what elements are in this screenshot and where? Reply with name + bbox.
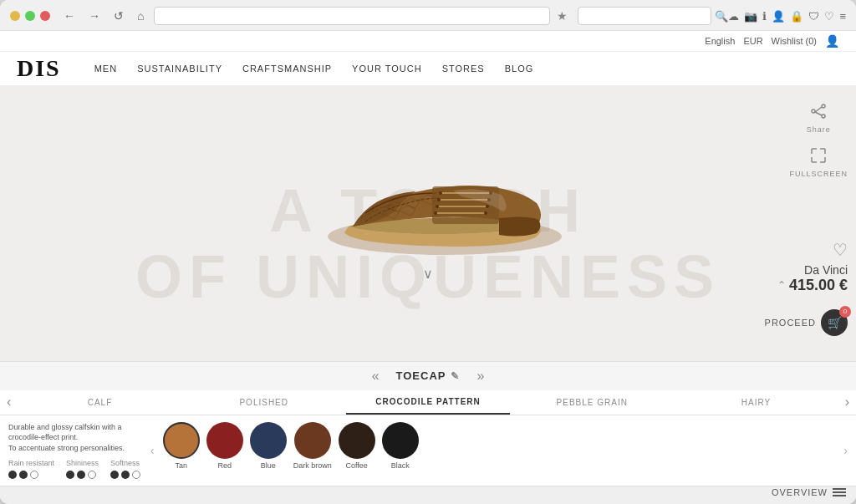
nav-blog[interactable]: BLOG bbox=[505, 52, 534, 85]
attribute-rain: Rain resistant bbox=[8, 458, 54, 479]
color-name-dark brown: Dark brown bbox=[293, 461, 332, 470]
svg-point-6 bbox=[439, 191, 442, 195]
material-tab-prev[interactable]: ‹ bbox=[0, 395, 18, 410]
attribute-shininess-dots bbox=[66, 471, 99, 479]
hero-section: A TOUCH OF UNIQUENESS bbox=[0, 86, 856, 361]
attributes-row: Rain resistant Shininess bbox=[8, 458, 142, 479]
proceed-label[interactable]: PROCEED bbox=[765, 318, 816, 328]
bookmark-icon[interactable]: ★ bbox=[557, 9, 568, 23]
minimize-button[interactable] bbox=[10, 11, 20, 21]
back-button[interactable]: ← bbox=[60, 8, 79, 24]
close-button[interactable] bbox=[40, 11, 50, 21]
shoe-container bbox=[286, 103, 570, 273]
info-icon[interactable]: ℹ bbox=[762, 10, 767, 23]
nav-craftsmanship[interactable]: CRAFTSMANSHIP bbox=[242, 52, 332, 85]
wishlist-button[interactable]: ♡ bbox=[777, 240, 848, 260]
selector-label: TOECAP ✎ bbox=[396, 369, 461, 382]
color-swatch-blue bbox=[250, 422, 287, 459]
browser-icon-row: ☁ 📷 ℹ 👤 🔒 🛡 ♡ ≡ bbox=[728, 10, 846, 23]
color-item-coffee[interactable]: Coffee bbox=[339, 422, 375, 470]
svg-point-16 bbox=[822, 115, 825, 118]
color-next-button[interactable]: › bbox=[843, 444, 848, 457]
search-input[interactable] bbox=[578, 7, 711, 25]
color-swatch-coffee bbox=[339, 422, 375, 459]
material-description: Durable and glossy calfskin with a croco… bbox=[8, 422, 142, 479]
color-item-dark-brown[interactable]: Dark brown bbox=[293, 422, 332, 470]
dot-7 bbox=[110, 471, 119, 479]
product-price: 415.00 € bbox=[789, 277, 848, 294]
search-area: 🔍 bbox=[578, 7, 728, 25]
material-tab-next[interactable]: › bbox=[838, 395, 856, 410]
color-item-blue[interactable]: Blue bbox=[250, 422, 287, 470]
fullscreen-icon bbox=[810, 147, 827, 168]
attribute-softness: Softness bbox=[110, 458, 140, 479]
heart-icon[interactable]: ♡ bbox=[824, 10, 834, 23]
product-name: Da Vinci bbox=[777, 263, 848, 277]
scroll-indicator[interactable]: ∨ bbox=[423, 266, 433, 282]
proceed-area: PROCEED 🛒 0 bbox=[765, 309, 848, 336]
maximize-button[interactable] bbox=[25, 11, 35, 21]
dot-9 bbox=[132, 471, 140, 479]
home-button[interactable]: ⌂ bbox=[134, 8, 147, 24]
nav-men[interactable]: MEN bbox=[94, 52, 117, 85]
color-swatch-red bbox=[206, 422, 243, 459]
fullscreen-label: FULLSCREEN bbox=[789, 170, 848, 178]
fullscreen-action[interactable]: FULLSCREEN bbox=[789, 147, 848, 178]
selector-next-button[interactable]: » bbox=[470, 367, 491, 385]
cloud-icon[interactable]: ☁ bbox=[728, 10, 739, 23]
cart-badge: 0 bbox=[839, 306, 851, 318]
share-action[interactable]: Share bbox=[807, 103, 831, 134]
dot-8 bbox=[121, 471, 130, 479]
attribute-rain-dots bbox=[8, 471, 54, 479]
cart-button[interactable]: 🛒 0 bbox=[821, 309, 848, 336]
nav-sustainability[interactable]: SUSTAINABILITY bbox=[137, 52, 222, 85]
svg-point-13 bbox=[484, 211, 487, 215]
right-sidebar: Share bbox=[789, 103, 848, 178]
color-options-row: Durable and glossy calfskin with a croco… bbox=[0, 415, 856, 486]
dot-6 bbox=[88, 471, 96, 479]
browser-nav: ← → ↺ ⌂ ★ bbox=[60, 7, 568, 25]
shield-icon[interactable]: 🛡 bbox=[808, 10, 819, 23]
color-item-red[interactable]: Red bbox=[206, 422, 243, 470]
share-label: Share bbox=[807, 125, 831, 134]
forward-button[interactable]: → bbox=[85, 8, 104, 24]
material-tab-pebble[interactable]: PEBBLE GRAIN bbox=[510, 391, 674, 414]
product-info: ♡ Da Vinci ⌃ 415.00 € bbox=[777, 240, 848, 294]
user-icon[interactable]: 👤 bbox=[825, 34, 839, 48]
colors-list: TanRedBlueDark brownCoffeeBlack bbox=[163, 422, 836, 470]
person-icon[interactable]: 👤 bbox=[772, 10, 785, 23]
color-item-tan[interactable]: Tan bbox=[163, 422, 200, 470]
nav-your-touch[interactable]: YOUR TOUCH bbox=[352, 52, 422, 85]
material-tab-calf[interactable]: CALF bbox=[18, 391, 181, 414]
nav-links: MEN SUSTAINABILITY CRAFTSMANSHIP YOUR TO… bbox=[94, 52, 839, 85]
reload-button[interactable]: ↺ bbox=[110, 8, 127, 24]
nav-stores[interactable]: STORES bbox=[442, 52, 485, 85]
dot-1 bbox=[8, 471, 17, 479]
site-content: English EUR Wishlist (0) 👤 DIS MEN SUSTA… bbox=[0, 31, 856, 486]
menu-icon[interactable]: ≡ bbox=[839, 10, 846, 23]
lock-icon[interactable]: 🔒 bbox=[790, 10, 803, 23]
svg-point-11 bbox=[486, 205, 489, 208]
color-name-blue: Blue bbox=[261, 461, 276, 470]
language-selector[interactable]: English bbox=[705, 36, 735, 46]
shoe-image bbox=[286, 103, 570, 270]
browser-window: ← → ↺ ⌂ ★ 🔍 ☁ 📷 ℹ 👤 🔒 🛡 ♡ ≡ bbox=[0, 0, 856, 504]
svg-point-10 bbox=[436, 205, 439, 208]
selector-edit-icon[interactable]: ✎ bbox=[451, 370, 460, 382]
logo[interactable]: DIS bbox=[17, 55, 61, 82]
selector-prev-button[interactable]: « bbox=[365, 367, 386, 385]
address-bar[interactable] bbox=[154, 7, 550, 25]
currency-selector[interactable]: EUR bbox=[743, 36, 762, 46]
search-icon[interactable]: 🔍 bbox=[715, 10, 728, 23]
camera-icon[interactable]: 📷 bbox=[744, 10, 757, 23]
color-prev-button[interactable]: ‹ bbox=[150, 444, 155, 457]
material-tab-polished[interactable]: POLISHED bbox=[182, 391, 346, 414]
dot-3 bbox=[30, 471, 38, 479]
bottom-bar bbox=[0, 486, 856, 504]
color-item-black[interactable]: Black bbox=[382, 422, 419, 470]
color-swatch-black bbox=[382, 422, 419, 459]
material-tab-hairy[interactable]: HAIRY bbox=[674, 391, 838, 414]
wishlist-link[interactable]: Wishlist (0) bbox=[772, 36, 817, 46]
dot-4 bbox=[66, 471, 74, 479]
material-tab-crocodile[interactable]: CROCODILE PATTERN bbox=[346, 390, 510, 415]
